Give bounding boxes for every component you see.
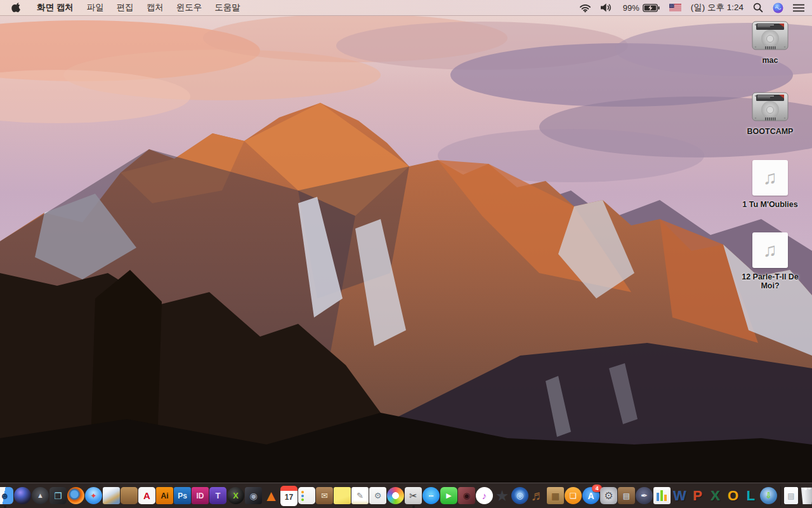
macos-desktop: 화면 캡처파일편집캡처윈도우도움말 99%	[0, 0, 812, 508]
dock-adobe-reader-icon[interactable]: A	[138, 487, 155, 504]
imovie-glyph: ★	[495, 488, 509, 504]
word-glyph: W	[673, 489, 686, 503]
dock-messages-icon[interactable]: •••	[422, 487, 440, 504]
calendar-glyph: 17	[285, 493, 293, 501]
dock-textedit-icon[interactable]: ✎	[351, 487, 369, 504]
collage-board-glyph: ▦	[551, 491, 560, 500]
vlc-glyph: ▲	[264, 488, 279, 504]
ibooks-glyph: ❏	[570, 492, 577, 500]
dock-garageband-icon[interactable]: ♬	[529, 487, 546, 504]
desktop-icon-12-parle-t-il-de-moi-[interactable]: ♫12 Parle-T-Il De Moi?	[733, 232, 807, 291]
finder-glyph: ☻	[0, 491, 10, 500]
dock-firefox-icon[interactable]	[67, 487, 84, 504]
dock-idvd-icon[interactable]: ◎	[511, 487, 528, 504]
menu-item-도움말[interactable]: 도움말	[208, 0, 247, 15]
dock-photoshop-icon[interactable]: Ps	[174, 487, 191, 504]
outlook-glyph: O	[728, 489, 738, 503]
dock-globe-downloader-icon[interactable]: ⇩	[760, 487, 777, 504]
finder-running-indicator	[4, 505, 6, 508]
menu-item-윈도우[interactable]: 윈도우	[170, 0, 209, 15]
dock-contacts-icon[interactable]	[121, 487, 138, 504]
messages-glyph: •••	[429, 493, 433, 498]
input-source-flag[interactable]	[669, 0, 681, 15]
hard-drive-icon	[751, 21, 789, 51]
desktop-icon-1-tu-m-oublies[interactable]: ♫1 Tu M'Oublies	[733, 160, 807, 209]
menu-item-편집[interactable]: 편집	[110, 0, 140, 15]
battery-charging-icon	[643, 4, 660, 12]
wifi-icon[interactable]	[579, 0, 591, 15]
dock-mail-archive-box-icon[interactable]: ✉	[316, 487, 333, 504]
system-preferences-glyph: ⚙	[604, 491, 613, 501]
launchpad-glyph: ▲	[37, 492, 44, 499]
document-gear-glyph: ⚙	[374, 491, 382, 500]
dock-lync-icon[interactable]: L	[742, 487, 759, 504]
menu-bar: 화면 캡처파일편집캡처윈도우도움말 99%	[0, 0, 812, 16]
dock-outlook-icon[interactable]: O	[724, 487, 742, 504]
dock-facetime-icon[interactable]: ▶	[440, 487, 457, 504]
dock-preview-icon[interactable]	[103, 487, 120, 504]
dock-grab-screen-capture-icon[interactable]: ✂	[405, 487, 422, 504]
dock-trash-icon[interactable]	[799, 487, 812, 504]
dock-document-file-icon[interactable]: ▤	[784, 487, 798, 504]
facetime-glyph: ▶	[446, 492, 451, 499]
dock-indesign-icon[interactable]: ID	[192, 487, 209, 504]
dock-photos-icon[interactable]	[387, 487, 404, 504]
dock-app-store-icon[interactable]: A4	[582, 487, 599, 504]
battery-status[interactable]: 99%	[623, 0, 660, 15]
desktop-icon-label: mac	[762, 56, 778, 65]
dock-numbers-icon[interactable]	[653, 487, 671, 504]
photoshop-glyph: Ps	[178, 492, 187, 500]
menu-clock[interactable]: (일) 오후 1:24	[691, 0, 743, 15]
music-note-icon: ♫	[752, 232, 788, 268]
dock-finder-icon[interactable]: ☻	[0, 487, 13, 504]
mail-archive-box-glyph: ✉	[321, 491, 328, 500]
menu-item-파일[interactable]: 파일	[81, 0, 110, 15]
dock-mission-control-icon[interactable]: ❐	[49, 487, 67, 504]
dock-siri-icon[interactable]	[14, 487, 31, 504]
battery-percent: 99%	[623, 3, 639, 13]
dock-dark-disk-icon[interactable]: ◉	[245, 487, 262, 504]
volume-icon[interactable]	[601, 0, 613, 15]
dock-toast-icon[interactable]: T	[209, 487, 226, 504]
dock-powerpoint-icon[interactable]: P	[689, 487, 706, 504]
dock-document-gear-icon[interactable]: ⚙	[369, 487, 386, 504]
spotlight-search-icon[interactable]	[753, 0, 763, 15]
adobe-reader-glyph: A	[143, 491, 150, 500]
desktop-icon-mac[interactable]: mac	[733, 21, 807, 65]
dock-stickies-icon[interactable]	[334, 487, 351, 504]
desktop-icon-label: 12 Parle-T-Il De Moi?	[735, 272, 806, 291]
dock-ibooks-icon[interactable]: ❏	[565, 487, 582, 504]
dock-safari-icon[interactable]: ✦	[85, 487, 102, 504]
dock-vlc-icon[interactable]: ▲	[263, 487, 280, 504]
dock-launchpad-icon[interactable]: ▲	[32, 487, 49, 504]
menu-item-app-name[interactable]: 화면 캡처	[30, 0, 81, 15]
siri-icon[interactable]	[773, 0, 783, 15]
apple-icon	[11, 2, 21, 13]
dock-system-preferences-icon[interactable]: ⚙	[600, 487, 617, 504]
hard-drive-icon	[751, 92, 789, 123]
dock-keynote-icon[interactable]: ▤	[618, 487, 635, 504]
dock-itunes-icon[interactable]: ♪	[476, 487, 493, 504]
desktop-icon-bootcamp[interactable]: BOOTCAMP	[733, 92, 807, 136]
apple-menu[interactable]	[0, 0, 30, 15]
dock: ☻▲❐✦AAiPsIDTX◉▲17✉✎⚙✂•••▶◉♪★◎♬▦❏A4⚙▤✒WPX…	[0, 483, 812, 508]
menu-item-캡처[interactable]: 캡처	[140, 0, 170, 15]
grab-screen-capture-running-indicator	[412, 505, 415, 508]
dock-green-x-sphere-icon[interactable]: X	[227, 487, 244, 504]
desktop-icon-label: BOOTCAMP	[747, 127, 794, 136]
dock-reminders-icon[interactable]	[298, 487, 315, 504]
dock-word-icon[interactable]: W	[671, 487, 688, 504]
dock-photo-booth-icon[interactable]: ◉	[458, 487, 475, 504]
app-store-glyph: A	[587, 491, 594, 500]
music-note-icon: ♫	[752, 160, 788, 196]
dock-imovie-icon[interactable]: ★	[494, 487, 511, 504]
dock-pages-icon[interactable]: ✒	[636, 487, 653, 504]
dock-calendar-icon[interactable]: 17	[280, 486, 298, 506]
desktop-icon-label: 1 Tu M'Oublies	[742, 200, 797, 209]
notification-center-icon[interactable]	[793, 0, 804, 15]
dock-excel-icon[interactable]: X	[707, 487, 724, 504]
dock-illustrator-icon[interactable]: Ai	[156, 487, 173, 504]
dock-collage-board-icon[interactable]: ▦	[547, 487, 564, 504]
idvd-glyph: ◎	[516, 491, 523, 500]
powerpoint-glyph: P	[693, 489, 702, 503]
